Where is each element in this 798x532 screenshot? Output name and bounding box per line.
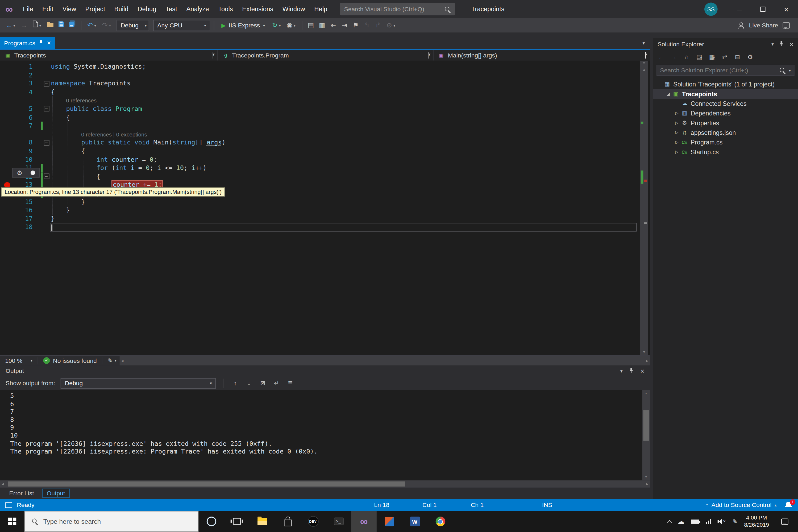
- output-text-area[interactable]: 5678910The program '[22636] iisexpress.e…: [0, 390, 650, 481]
- scrollbar-thumb[interactable]: [643, 410, 649, 441]
- collapse-region-icon[interactable]: −: [44, 81, 49, 87]
- redo-dropdown-icon[interactable]: ▾: [109, 23, 113, 28]
- menu-project[interactable]: Project: [81, 5, 110, 13]
- menu-help[interactable]: Help: [310, 5, 332, 13]
- close-icon[interactable]: ×: [790, 40, 794, 48]
- taskbar-app-dev[interactable]: DEV: [300, 511, 326, 532]
- collapse-all-icon[interactable]: ⊟: [734, 54, 741, 61]
- menu-file[interactable]: File: [18, 5, 38, 13]
- maximize-button[interactable]: [751, 0, 775, 18]
- live-share-label[interactable]: Live Share: [749, 22, 778, 29]
- project-dropdown[interactable]: ▣ Tracepoints ▾: [0, 50, 218, 61]
- go-to-previous-message-icon[interactable]: ↑: [231, 380, 240, 387]
- status-insert-mode-indicator[interactable]: INS: [542, 501, 552, 509]
- taskbar-app-browser[interactable]: [428, 511, 453, 532]
- editor-vertical-scrollbar[interactable]: ≡ ▴ ▾: [640, 61, 648, 355]
- output-panel-header[interactable]: Output ▾ ×: [0, 365, 650, 377]
- feedback-icon[interactable]: [783, 22, 790, 28]
- codelens-indicator[interactable]: 0 references | 0 exceptions: [51, 131, 147, 137]
- breakpoint-gutter[interactable]: [0, 130, 15, 138]
- new-file-dropdown-icon[interactable]: ▾: [39, 23, 44, 28]
- breakpoint-gutter[interactable]: [0, 215, 15, 223]
- refresh-icon[interactable]: ↻: [270, 20, 280, 31]
- tree-expander-icon[interactable]: ▷: [673, 111, 680, 115]
- editor-horizontal-scrollbar[interactable]: ◂ ▸: [120, 356, 650, 365]
- volume-muted-icon[interactable]: ×: [718, 518, 726, 525]
- forward-icon[interactable]: →: [670, 54, 678, 61]
- properties-icon[interactable]: ⚙: [747, 54, 754, 61]
- tab-error-list[interactable]: Error List: [5, 489, 38, 497]
- browser-link-dropdown-icon[interactable]: ▾: [294, 23, 298, 28]
- menu-analyze[interactable]: Analyze: [182, 5, 214, 13]
- next-bookmark-icon[interactable]: ↱: [373, 20, 383, 31]
- start-debugging-button[interactable]: ▶IIS Express▾: [218, 22, 269, 29]
- live-share-icon[interactable]: [737, 22, 744, 29]
- breakpoint-gutter[interactable]: [0, 156, 15, 164]
- undo-icon[interactable]: ↶: [85, 20, 95, 31]
- home-icon[interactable]: ⌂: [683, 54, 690, 61]
- tab-output[interactable]: Output: [42, 489, 70, 498]
- pending-changes-filter-icon[interactable]: ▦▾: [708, 54, 716, 61]
- status-line-indicator[interactable]: Ln 18: [374, 501, 389, 509]
- collapse-region-icon[interactable]: −: [44, 140, 49, 146]
- save-icon[interactable]: [56, 20, 66, 31]
- scroll-up-icon[interactable]: ▴: [640, 66, 648, 73]
- minimize-button[interactable]: –: [728, 0, 751, 18]
- close-icon[interactable]: ×: [641, 367, 645, 375]
- tree-item-program-cs[interactable]: ▷C#Program.cs: [653, 137, 798, 147]
- toggle-autoscroll-icon[interactable]: ≣: [286, 380, 295, 387]
- switch-views-icon[interactable]: ▤▾: [696, 54, 703, 61]
- quick-launch-search[interactable]: Search Visual Studio (Ctrl+Q): [340, 3, 455, 15]
- tree-expander-icon[interactable]: ▷: [673, 120, 680, 125]
- document-health-indicator[interactable]: ✓ No issues found: [38, 357, 102, 364]
- menu-tools[interactable]: Tools: [214, 5, 238, 13]
- taskbar-app-task-view[interactable]: [224, 511, 249, 532]
- go-to-next-message-icon[interactable]: ↓: [244, 380, 253, 387]
- menu-edit[interactable]: Edit: [38, 5, 58, 13]
- breakpoint-gutter[interactable]: [0, 223, 15, 232]
- taskbar-app-red-blue-app[interactable]: [377, 511, 402, 532]
- breakpoint-gutter[interactable]: [0, 79, 15, 88]
- output-source-dropdown[interactable]: Debug ▾: [61, 378, 216, 388]
- add-to-source-control-button[interactable]: ↑ Add to Source Control ▴: [706, 501, 777, 509]
- onedrive-cloud-icon[interactable]: ☁: [678, 518, 684, 525]
- taskbar-app-terminal[interactable]: >_: [326, 511, 351, 532]
- code-editor[interactable]: 1using System.Diagnostics;23−namespace T…: [0, 61, 650, 355]
- menu-extensions[interactable]: Extensions: [238, 5, 278, 13]
- output-horizontal-scrollbar[interactable]: ◂ ▸: [0, 480, 650, 488]
- document-list-chevron-icon[interactable]: ▾: [642, 41, 645, 46]
- browser-link-icon[interactable]: ◉: [284, 20, 294, 31]
- menu-debug[interactable]: Debug: [133, 5, 161, 13]
- breakpoint-gutter[interactable]: [0, 88, 15, 97]
- dropdown-chevron-icon[interactable]: ▾: [115, 358, 117, 363]
- breakpoint-gutter[interactable]: [0, 105, 15, 113]
- navigate-backward-icon[interactable]: ←: [4, 20, 14, 31]
- list-members-icon[interactable]: ▤: [306, 20, 316, 31]
- breakpoint-gutter[interactable]: [0, 113, 15, 122]
- menu-build[interactable]: Build: [110, 5, 133, 13]
- close-button[interactable]: ×: [775, 0, 798, 18]
- navigate-backward-dropdown-icon[interactable]: ▾: [13, 23, 18, 28]
- scroll-up-icon[interactable]: ▴: [642, 390, 650, 397]
- start-button[interactable]: [0, 511, 24, 532]
- taskbar-app-cortana[interactable]: [198, 511, 224, 532]
- tree-item-properties[interactable]: ▷⚙Properties: [653, 118, 798, 128]
- type-dropdown[interactable]: {} Tracepoints.Program ▾: [218, 50, 434, 61]
- tree-item-startup-cs[interactable]: ▷C#Startup.cs: [653, 147, 798, 157]
- tree-item-solution-tracepoints-1-of-1-project[interactable]: ▦Solution 'Tracepoints' (1 of 1 project): [653, 79, 798, 89]
- tracepoint-toggle-icon[interactable]: [31, 171, 35, 175]
- tree-expander-icon[interactable]: ▷: [673, 150, 680, 154]
- back-icon[interactable]: ←: [658, 54, 665, 61]
- zoom-dropdown[interactable]: 100 % ▾: [0, 357, 38, 364]
- status-character-indicator[interactable]: Ch 1: [471, 501, 484, 509]
- open-file-icon[interactable]: [45, 20, 55, 31]
- solution-explorer-search[interactable]: Search Solution Explorer (Ctrl+;) ▾: [657, 65, 794, 76]
- window-position-chevron-icon[interactable]: ▾: [772, 42, 774, 47]
- tab-program-cs[interactable]: Program.cs ×: [0, 37, 55, 49]
- edit-mode-icon[interactable]: ✎: [102, 357, 115, 364]
- pin-icon[interactable]: [629, 367, 634, 375]
- background-tasks-icon[interactable]: [5, 502, 12, 508]
- solution-platforms-dropdown[interactable]: Any CPU▾: [153, 20, 210, 31]
- battery-icon[interactable]: [691, 519, 699, 523]
- tree-expander-icon[interactable]: ◢: [665, 92, 672, 96]
